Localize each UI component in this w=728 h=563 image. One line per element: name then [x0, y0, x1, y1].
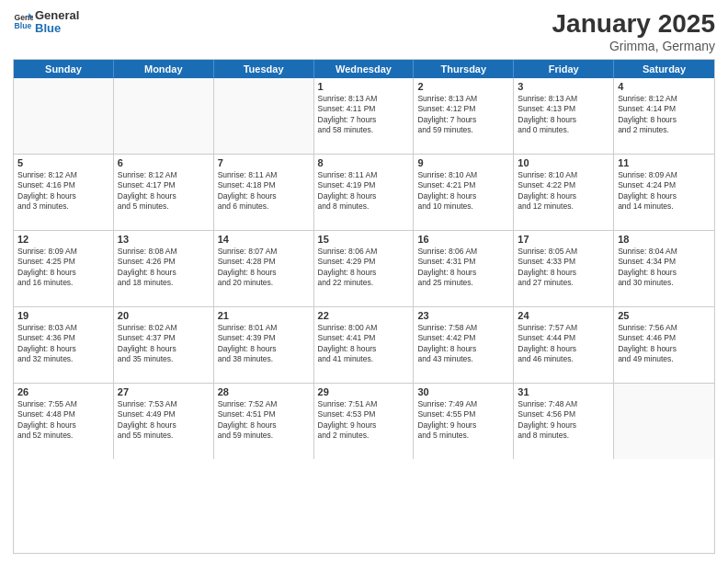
day-info: Sunrise: 8:01 AM Sunset: 4:39 PM Dayligh… [218, 323, 310, 365]
day-number: 2 [417, 81, 509, 92]
calendar-empty-cell [614, 384, 714, 459]
day-header-monday: Monday [114, 60, 214, 78]
calendar-day-1: 1Sunrise: 8:13 AM Sunset: 4:11 PM Daylig… [314, 78, 415, 154]
calendar: SundayMondayTuesdayWednesdayThursdayFrid… [13, 59, 715, 554]
calendar-day-6: 6Sunrise: 8:12 AM Sunset: 4:17 PM Daylig… [114, 155, 214, 230]
day-info: Sunrise: 8:13 AM Sunset: 4:13 PM Dayligh… [518, 94, 609, 136]
calendar-body: 1Sunrise: 8:13 AM Sunset: 4:11 PM Daylig… [14, 78, 714, 459]
day-number: 22 [318, 310, 410, 321]
calendar-day-14: 14Sunrise: 8:07 AM Sunset: 4:28 PM Dayli… [214, 231, 314, 306]
day-info: Sunrise: 8:12 AM Sunset: 4:14 PM Dayligh… [618, 94, 711, 136]
day-info: Sunrise: 8:00 AM Sunset: 4:41 PM Dayligh… [318, 323, 410, 365]
svg-text:Blue: Blue [15, 21, 32, 30]
day-number: 8 [318, 157, 410, 168]
day-info: Sunrise: 8:13 AM Sunset: 4:12 PM Dayligh… [417, 94, 509, 136]
day-number: 29 [318, 386, 410, 397]
day-info: Sunrise: 7:56 AM Sunset: 4:46 PM Dayligh… [618, 323, 711, 365]
day-info: Sunrise: 8:13 AM Sunset: 4:11 PM Dayligh… [318, 94, 410, 136]
day-number: 15 [318, 234, 410, 245]
day-info: Sunrise: 7:51 AM Sunset: 4:53 PM Dayligh… [318, 399, 410, 442]
day-number: 7 [218, 157, 310, 168]
day-info: Sunrise: 7:52 AM Sunset: 4:51 PM Dayligh… [218, 399, 310, 442]
day-info: Sunrise: 8:10 AM Sunset: 4:22 PM Dayligh… [518, 170, 609, 213]
calendar-day-27: 27Sunrise: 7:53 AM Sunset: 4:49 PM Dayli… [114, 384, 214, 459]
calendar-day-8: 8Sunrise: 8:11 AM Sunset: 4:19 PM Daylig… [314, 155, 415, 230]
day-number: 13 [118, 234, 210, 245]
day-header-sunday: Sunday [14, 60, 114, 78]
day-header-thursday: Thursday [414, 60, 514, 78]
day-info: Sunrise: 8:02 AM Sunset: 4:37 PM Dayligh… [118, 323, 210, 365]
day-number: 10 [518, 157, 609, 168]
day-number: 9 [417, 157, 509, 168]
day-info: Sunrise: 8:12 AM Sunset: 4:17 PM Dayligh… [118, 170, 210, 213]
day-number: 24 [518, 310, 609, 321]
day-info: Sunrise: 7:57 AM Sunset: 4:44 PM Dayligh… [518, 323, 609, 365]
day-info: Sunrise: 8:06 AM Sunset: 4:31 PM Dayligh… [417, 247, 509, 289]
calendar-day-13: 13Sunrise: 8:08 AM Sunset: 4:26 PM Dayli… [114, 231, 214, 306]
day-header-friday: Friday [514, 60, 614, 78]
day-header-tuesday: Tuesday [214, 60, 314, 78]
day-number: 25 [618, 310, 711, 321]
calendar-day-2: 2Sunrise: 8:13 AM Sunset: 4:12 PM Daylig… [414, 78, 514, 154]
day-number: 21 [218, 310, 310, 321]
day-info: Sunrise: 8:04 AM Sunset: 4:34 PM Dayligh… [618, 247, 711, 289]
calendar-week-1: 1Sunrise: 8:13 AM Sunset: 4:11 PM Daylig… [14, 78, 714, 155]
calendar-day-18: 18Sunrise: 8:04 AM Sunset: 4:34 PM Dayli… [614, 231, 714, 306]
logo-line2: Blue [35, 22, 79, 35]
day-info: Sunrise: 8:11 AM Sunset: 4:18 PM Dayligh… [218, 170, 310, 213]
day-number: 27 [118, 386, 210, 397]
logo-line1: General [35, 9, 79, 22]
day-info: Sunrise: 8:09 AM Sunset: 4:25 PM Dayligh… [17, 247, 109, 289]
day-number: 14 [218, 234, 310, 245]
day-number: 28 [218, 386, 310, 397]
calendar-header: SundayMondayTuesdayWednesdayThursdayFrid… [14, 60, 714, 78]
day-number: 16 [417, 234, 509, 245]
calendar-empty-cell [14, 78, 114, 154]
logo: General Blue General Blue [13, 9, 79, 36]
calendar-day-11: 11Sunrise: 8:09 AM Sunset: 4:24 PM Dayli… [614, 155, 714, 230]
day-number: 11 [618, 157, 711, 168]
calendar-day-22: 22Sunrise: 8:00 AM Sunset: 4:41 PM Dayli… [314, 307, 415, 383]
day-number: 23 [417, 310, 509, 321]
calendar-week-3: 12Sunrise: 8:09 AM Sunset: 4:25 PM Dayli… [14, 231, 714, 307]
calendar-day-28: 28Sunrise: 7:52 AM Sunset: 4:51 PM Dayli… [214, 384, 314, 459]
calendar-day-7: 7Sunrise: 8:11 AM Sunset: 4:18 PM Daylig… [214, 155, 314, 230]
calendar-day-29: 29Sunrise: 7:51 AM Sunset: 4:53 PM Dayli… [314, 384, 415, 459]
calendar-day-17: 17Sunrise: 8:05 AM Sunset: 4:33 PM Dayli… [514, 231, 614, 306]
calendar-day-12: 12Sunrise: 8:09 AM Sunset: 4:25 PM Dayli… [14, 231, 114, 306]
calendar-empty-cell [214, 78, 314, 154]
calendar-day-21: 21Sunrise: 8:01 AM Sunset: 4:39 PM Dayli… [214, 307, 314, 383]
calendar-week-2: 5Sunrise: 8:12 AM Sunset: 4:16 PM Daylig… [14, 155, 714, 231]
calendar-day-20: 20Sunrise: 8:02 AM Sunset: 4:37 PM Dayli… [114, 307, 214, 383]
day-info: Sunrise: 8:08 AM Sunset: 4:26 PM Dayligh… [118, 247, 210, 289]
calendar-day-26: 26Sunrise: 7:55 AM Sunset: 4:48 PM Dayli… [14, 384, 114, 459]
calendar-empty-cell [114, 78, 214, 154]
calendar-day-23: 23Sunrise: 7:58 AM Sunset: 4:42 PM Dayli… [414, 307, 514, 383]
day-info: Sunrise: 8:12 AM Sunset: 4:16 PM Dayligh… [17, 170, 109, 213]
day-info: Sunrise: 8:09 AM Sunset: 4:24 PM Dayligh… [618, 170, 711, 213]
calendar-day-16: 16Sunrise: 8:06 AM Sunset: 4:31 PM Dayli… [414, 231, 514, 306]
calendar-week-5: 26Sunrise: 7:55 AM Sunset: 4:48 PM Dayli… [14, 384, 714, 459]
day-info: Sunrise: 7:49 AM Sunset: 4:55 PM Dayligh… [417, 399, 509, 442]
day-number: 31 [518, 386, 609, 397]
day-header-wednesday: Wednesday [314, 60, 415, 78]
day-info: Sunrise: 7:58 AM Sunset: 4:42 PM Dayligh… [417, 323, 509, 365]
day-info: Sunrise: 8:11 AM Sunset: 4:19 PM Dayligh… [318, 170, 410, 213]
day-number: 3 [518, 81, 609, 92]
calendar-day-3: 3Sunrise: 8:13 AM Sunset: 4:13 PM Daylig… [514, 78, 614, 154]
day-info: Sunrise: 8:06 AM Sunset: 4:29 PM Dayligh… [318, 247, 410, 289]
day-info: Sunrise: 7:48 AM Sunset: 4:56 PM Dayligh… [518, 399, 609, 442]
calendar-week-4: 19Sunrise: 8:03 AM Sunset: 4:36 PM Dayli… [14, 307, 714, 384]
page-title: January 2025 [552, 9, 715, 39]
calendar-day-4: 4Sunrise: 8:12 AM Sunset: 4:14 PM Daylig… [614, 78, 714, 154]
calendar-day-10: 10Sunrise: 8:10 AM Sunset: 4:22 PM Dayli… [514, 155, 614, 230]
calendar-day-31: 31Sunrise: 7:48 AM Sunset: 4:56 PM Dayli… [514, 384, 614, 459]
calendar-day-30: 30Sunrise: 7:49 AM Sunset: 4:55 PM Dayli… [414, 384, 514, 459]
calendar-day-5: 5Sunrise: 8:12 AM Sunset: 4:16 PM Daylig… [14, 155, 114, 230]
page-subtitle: Grimma, Germany [552, 39, 715, 53]
day-info: Sunrise: 8:07 AM Sunset: 4:28 PM Dayligh… [218, 247, 310, 289]
day-info: Sunrise: 8:05 AM Sunset: 4:33 PM Dayligh… [518, 247, 609, 289]
calendar-day-15: 15Sunrise: 8:06 AM Sunset: 4:29 PM Dayli… [314, 231, 415, 306]
day-number: 19 [17, 310, 109, 321]
calendar-day-19: 19Sunrise: 8:03 AM Sunset: 4:36 PM Dayli… [14, 307, 114, 383]
